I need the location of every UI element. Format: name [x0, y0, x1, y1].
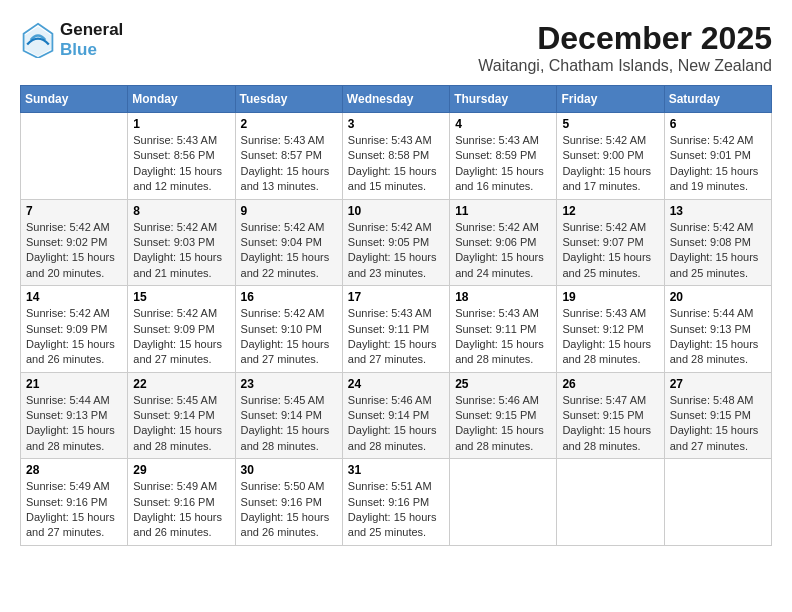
- calendar-cell: 18Sunrise: 5:43 AM Sunset: 9:11 PM Dayli…: [450, 286, 557, 373]
- day-info: Sunrise: 5:43 AM Sunset: 8:59 PM Dayligh…: [455, 133, 551, 195]
- day-info: Sunrise: 5:49 AM Sunset: 9:16 PM Dayligh…: [133, 479, 229, 541]
- calendar-cell: 24Sunrise: 5:46 AM Sunset: 9:14 PM Dayli…: [342, 372, 449, 459]
- logo-icon: [20, 22, 56, 58]
- calendar-cell: [664, 459, 771, 546]
- calendar-cell: 7Sunrise: 5:42 AM Sunset: 9:02 PM Daylig…: [21, 199, 128, 286]
- day-number: 27: [670, 377, 766, 391]
- calendar-cell: 26Sunrise: 5:47 AM Sunset: 9:15 PM Dayli…: [557, 372, 664, 459]
- day-info: Sunrise: 5:45 AM Sunset: 9:14 PM Dayligh…: [241, 393, 337, 455]
- day-info: Sunrise: 5:42 AM Sunset: 9:05 PM Dayligh…: [348, 220, 444, 282]
- day-header-friday: Friday: [557, 86, 664, 113]
- day-info: Sunrise: 5:43 AM Sunset: 9:12 PM Dayligh…: [562, 306, 658, 368]
- calendar-cell: 5Sunrise: 5:42 AM Sunset: 9:00 PM Daylig…: [557, 113, 664, 200]
- day-number: 31: [348, 463, 444, 477]
- calendar-week-row: 7Sunrise: 5:42 AM Sunset: 9:02 PM Daylig…: [21, 199, 772, 286]
- day-number: 21: [26, 377, 122, 391]
- day-number: 22: [133, 377, 229, 391]
- calendar-cell: 27Sunrise: 5:48 AM Sunset: 9:15 PM Dayli…: [664, 372, 771, 459]
- day-header-monday: Monday: [128, 86, 235, 113]
- day-info: Sunrise: 5:42 AM Sunset: 9:09 PM Dayligh…: [26, 306, 122, 368]
- calendar-cell: 4Sunrise: 5:43 AM Sunset: 8:59 PM Daylig…: [450, 113, 557, 200]
- day-info: Sunrise: 5:43 AM Sunset: 8:58 PM Dayligh…: [348, 133, 444, 195]
- calendar-cell: 12Sunrise: 5:42 AM Sunset: 9:07 PM Dayli…: [557, 199, 664, 286]
- day-number: 6: [670, 117, 766, 131]
- day-info: Sunrise: 5:42 AM Sunset: 9:01 PM Dayligh…: [670, 133, 766, 195]
- calendar-cell: 17Sunrise: 5:43 AM Sunset: 9:11 PM Dayli…: [342, 286, 449, 373]
- day-header-saturday: Saturday: [664, 86, 771, 113]
- calendar-header-row: SundayMondayTuesdayWednesdayThursdayFrid…: [21, 86, 772, 113]
- day-info: Sunrise: 5:42 AM Sunset: 9:00 PM Dayligh…: [562, 133, 658, 195]
- title-block: December 2025 Waitangi, Chatham Islands,…: [478, 20, 772, 75]
- day-number: 29: [133, 463, 229, 477]
- day-header-wednesday: Wednesday: [342, 86, 449, 113]
- calendar-cell: 3Sunrise: 5:43 AM Sunset: 8:58 PM Daylig…: [342, 113, 449, 200]
- calendar-cell: 8Sunrise: 5:42 AM Sunset: 9:03 PM Daylig…: [128, 199, 235, 286]
- day-info: Sunrise: 5:43 AM Sunset: 8:56 PM Dayligh…: [133, 133, 229, 195]
- day-number: 17: [348, 290, 444, 304]
- calendar-week-row: 1Sunrise: 5:43 AM Sunset: 8:56 PM Daylig…: [21, 113, 772, 200]
- calendar-cell: 23Sunrise: 5:45 AM Sunset: 9:14 PM Dayli…: [235, 372, 342, 459]
- logo-text: General Blue: [60, 20, 123, 60]
- calendar-cell: [21, 113, 128, 200]
- day-info: Sunrise: 5:51 AM Sunset: 9:16 PM Dayligh…: [348, 479, 444, 541]
- day-info: Sunrise: 5:44 AM Sunset: 9:13 PM Dayligh…: [26, 393, 122, 455]
- day-number: 18: [455, 290, 551, 304]
- day-info: Sunrise: 5:43 AM Sunset: 9:11 PM Dayligh…: [348, 306, 444, 368]
- day-number: 20: [670, 290, 766, 304]
- calendar-cell: 16Sunrise: 5:42 AM Sunset: 9:10 PM Dayli…: [235, 286, 342, 373]
- calendar-cell: 21Sunrise: 5:44 AM Sunset: 9:13 PM Dayli…: [21, 372, 128, 459]
- day-info: Sunrise: 5:44 AM Sunset: 9:13 PM Dayligh…: [670, 306, 766, 368]
- day-info: Sunrise: 5:47 AM Sunset: 9:15 PM Dayligh…: [562, 393, 658, 455]
- day-info: Sunrise: 5:42 AM Sunset: 9:10 PM Dayligh…: [241, 306, 337, 368]
- day-info: Sunrise: 5:42 AM Sunset: 9:04 PM Dayligh…: [241, 220, 337, 282]
- day-number: 24: [348, 377, 444, 391]
- day-info: Sunrise: 5:43 AM Sunset: 8:57 PM Dayligh…: [241, 133, 337, 195]
- day-number: 26: [562, 377, 658, 391]
- day-info: Sunrise: 5:46 AM Sunset: 9:14 PM Dayligh…: [348, 393, 444, 455]
- month-title: December 2025: [478, 20, 772, 57]
- day-number: 3: [348, 117, 444, 131]
- day-info: Sunrise: 5:46 AM Sunset: 9:15 PM Dayligh…: [455, 393, 551, 455]
- calendar-cell: 31Sunrise: 5:51 AM Sunset: 9:16 PM Dayli…: [342, 459, 449, 546]
- calendar-cell: 1Sunrise: 5:43 AM Sunset: 8:56 PM Daylig…: [128, 113, 235, 200]
- calendar-cell: 20Sunrise: 5:44 AM Sunset: 9:13 PM Dayli…: [664, 286, 771, 373]
- day-number: 14: [26, 290, 122, 304]
- calendar-cell: 15Sunrise: 5:42 AM Sunset: 9:09 PM Dayli…: [128, 286, 235, 373]
- day-info: Sunrise: 5:43 AM Sunset: 9:11 PM Dayligh…: [455, 306, 551, 368]
- calendar-table: SundayMondayTuesdayWednesdayThursdayFrid…: [20, 85, 772, 546]
- day-number: 30: [241, 463, 337, 477]
- calendar-cell: 10Sunrise: 5:42 AM Sunset: 9:05 PM Dayli…: [342, 199, 449, 286]
- day-number: 23: [241, 377, 337, 391]
- day-number: 7: [26, 204, 122, 218]
- calendar-cell: 11Sunrise: 5:42 AM Sunset: 9:06 PM Dayli…: [450, 199, 557, 286]
- day-info: Sunrise: 5:48 AM Sunset: 9:15 PM Dayligh…: [670, 393, 766, 455]
- day-number: 11: [455, 204, 551, 218]
- day-info: Sunrise: 5:45 AM Sunset: 9:14 PM Dayligh…: [133, 393, 229, 455]
- day-number: 19: [562, 290, 658, 304]
- calendar-cell: 6Sunrise: 5:42 AM Sunset: 9:01 PM Daylig…: [664, 113, 771, 200]
- page-header: General Blue December 2025 Waitangi, Cha…: [20, 20, 772, 75]
- day-number: 15: [133, 290, 229, 304]
- location-title: Waitangi, Chatham Islands, New Zealand: [478, 57, 772, 75]
- day-number: 16: [241, 290, 337, 304]
- day-info: Sunrise: 5:42 AM Sunset: 9:02 PM Dayligh…: [26, 220, 122, 282]
- day-number: 25: [455, 377, 551, 391]
- calendar-cell: 14Sunrise: 5:42 AM Sunset: 9:09 PM Dayli…: [21, 286, 128, 373]
- day-info: Sunrise: 5:42 AM Sunset: 9:03 PM Dayligh…: [133, 220, 229, 282]
- day-number: 4: [455, 117, 551, 131]
- calendar-cell: 19Sunrise: 5:43 AM Sunset: 9:12 PM Dayli…: [557, 286, 664, 373]
- logo: General Blue: [20, 20, 123, 60]
- day-number: 2: [241, 117, 337, 131]
- day-number: 28: [26, 463, 122, 477]
- day-number: 10: [348, 204, 444, 218]
- calendar-cell: 9Sunrise: 5:42 AM Sunset: 9:04 PM Daylig…: [235, 199, 342, 286]
- day-info: Sunrise: 5:42 AM Sunset: 9:07 PM Dayligh…: [562, 220, 658, 282]
- day-info: Sunrise: 5:42 AM Sunset: 9:09 PM Dayligh…: [133, 306, 229, 368]
- calendar-cell: 25Sunrise: 5:46 AM Sunset: 9:15 PM Dayli…: [450, 372, 557, 459]
- calendar-cell: 30Sunrise: 5:50 AM Sunset: 9:16 PM Dayli…: [235, 459, 342, 546]
- day-info: Sunrise: 5:49 AM Sunset: 9:16 PM Dayligh…: [26, 479, 122, 541]
- day-number: 9: [241, 204, 337, 218]
- calendar-cell: 13Sunrise: 5:42 AM Sunset: 9:08 PM Dayli…: [664, 199, 771, 286]
- calendar-cell: 22Sunrise: 5:45 AM Sunset: 9:14 PM Dayli…: [128, 372, 235, 459]
- calendar-cell: 28Sunrise: 5:49 AM Sunset: 9:16 PM Dayli…: [21, 459, 128, 546]
